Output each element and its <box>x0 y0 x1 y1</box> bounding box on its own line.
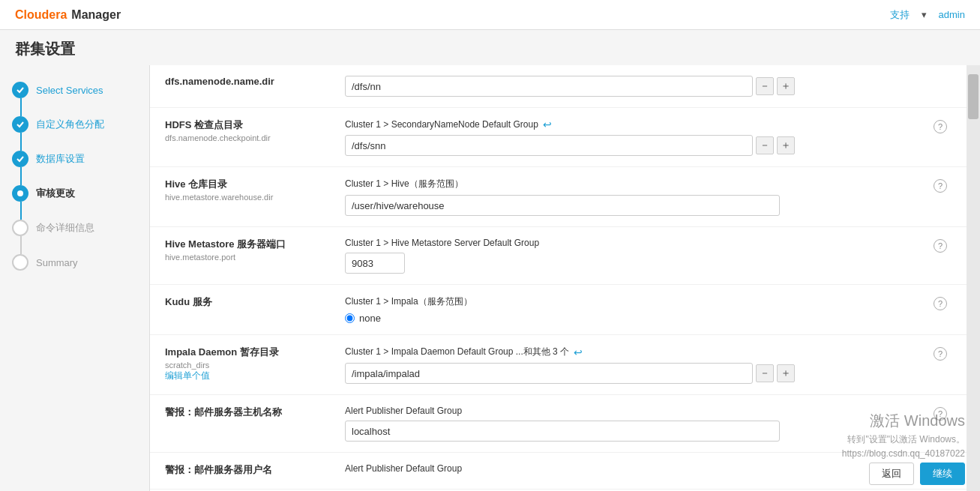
config-name-dfs-namenode: dfs.namenode.name.dir <box>165 76 330 87</box>
input-group-impala-daemon-scratch: － ＋ <box>345 363 795 384</box>
edit-link-impala-daemon[interactable]: 编辑单个值 <box>165 370 210 381</box>
scope-arrow-hdfs-checkpoint[interactable]: ↩ <box>543 118 552 130</box>
input-group-hdfs-checkpoint: － ＋ <box>345 135 795 156</box>
config-value-impala-daemon-scratch: Cluster 1 > Impala Daemon Default Group … <box>345 346 919 384</box>
scrollbar-thumb[interactable] <box>968 74 979 119</box>
help-icon-hdfs-checkpoint[interactable]: ? <box>934 120 947 133</box>
step-circle-4 <box>12 185 28 202</box>
btn-plus-impala-daemon[interactable]: ＋ <box>777 364 795 382</box>
radio-label-kudu-none: none <box>359 313 381 324</box>
btn-minus-dfs-namenode[interactable]: － <box>756 77 774 95</box>
main-layout: Select Services 自定义角色分配 数据库设置 审核更改 命 <box>0 65 980 491</box>
scope-text-kudu-service: Cluster 1 > Impala（服务范围） <box>345 295 472 308</box>
step-label-1: Select Services <box>36 85 103 96</box>
input-hive-metastore-port[interactable] <box>345 253 405 274</box>
config-label-hive-warehouse: Hive 仓库目录 hive.metastore.warehouse.dir <box>165 178 330 202</box>
input-hive-warehouse[interactable] <box>345 195 780 216</box>
scope-text-hive-warehouse: Cluster 1 > Hive（服务范围） <box>345 178 463 190</box>
logo: Cloudera Manager <box>15 8 121 22</box>
config-label-alert-smtp-host: 警报：邮件服务器主机名称 <box>165 406 330 421</box>
header: Cloudera Manager 支持 ▾ admin <box>0 0 980 30</box>
windows-title: 激活 Windows <box>842 409 965 433</box>
sidebar-item-select-services[interactable]: Select Services <box>0 73 149 107</box>
step-circle-5 <box>12 220 28 236</box>
config-name-hive-warehouse: Hive 仓库目录 <box>165 178 330 191</box>
config-name-hdfs-checkpoint: HDFS 检查点目录 <box>165 118 330 132</box>
config-label-kudu-service: Kudu 服务 <box>165 295 330 310</box>
config-help-impala-daemon-scratch: ? <box>934 346 952 361</box>
support-link[interactable]: 支持 <box>890 8 910 22</box>
config-key-hive-metastore-port: hive.metastore.port <box>165 253 330 262</box>
input-group-dfs-namenode: － ＋ <box>345 76 795 97</box>
step-label-3: 数据库设置 <box>36 152 85 166</box>
config-row-hive-metastore-port: Hive Metastore 服务器端口 hive.metastore.port… <box>150 227 967 285</box>
windows-watermark: 激活 Windows 转到"设置"以激活 Windows。 https://bl… <box>842 409 965 461</box>
config-label-dfs-namenode: dfs.namenode.name.dir <box>165 76 330 88</box>
help-icon-impala-daemon-scratch[interactable]: ? <box>934 347 947 361</box>
radio-option-kudu-none: none <box>345 313 919 324</box>
admin-link[interactable]: admin <box>939 9 965 20</box>
config-key-hive-warehouse: hive.metastore.warehouse.dir <box>165 193 330 202</box>
continue-button[interactable]: 继续 <box>920 463 965 485</box>
scrollbar[interactable] <box>967 65 980 491</box>
bottom-bar: 返回 继续 <box>0 457 980 491</box>
config-key-impala-daemon-scratch: scratch_dirs <box>165 361 330 370</box>
config-scope-impala-daemon-scratch: Cluster 1 > Impala Daemon Default Group … <box>345 346 919 358</box>
sidebar-item-summary[interactable]: Summary <box>0 245 149 280</box>
config-row-impala-daemon-scratch: Impala Daemon 暂存目录 scratch_dirs 编辑单个值 Cl… <box>150 335 967 395</box>
scope-text-alert-smtp-host: Alert Publisher Default Group <box>345 406 462 416</box>
input-impala-daemon-scratch[interactable] <box>345 363 753 384</box>
btn-plus-dfs-namenode[interactable]: ＋ <box>777 77 795 95</box>
scope-arrow-impala-daemon[interactable]: ↩ <box>574 346 583 358</box>
config-key-hdfs-checkpoint: dfs.namenode.checkpoint.dir <box>165 133 330 142</box>
input-hdfs-checkpoint[interactable] <box>345 135 753 156</box>
dropdown-arrow: ▾ <box>922 9 927 20</box>
help-icon-hive-warehouse[interactable]: ? <box>934 179 947 193</box>
sidebar-item-role-assignment[interactable]: 自定义角色分配 <box>0 107 149 142</box>
config-scope-hive-warehouse: Cluster 1 > Hive（服务范围） <box>345 178 919 190</box>
config-value-kudu-service: Cluster 1 > Impala（服务范围） none <box>345 295 919 324</box>
help-icon-kudu-service[interactable]: ? <box>934 297 947 310</box>
config-value-hdfs-checkpoint: Cluster 1 > SecondaryNameNode Default Gr… <box>345 118 919 156</box>
config-help-hdfs-checkpoint: ? <box>934 118 952 133</box>
config-label-hdfs-checkpoint: HDFS 检查点目录 dfs.namenode.checkpoint.dir <box>165 118 330 142</box>
sidebar-item-command-details[interactable]: 命令详细信息 <box>0 211 149 245</box>
windows-line2: 转到"设置"以激活 Windows。 <box>842 433 965 447</box>
config-value-hive-warehouse: Cluster 1 > Hive（服务范围） <box>345 178 919 216</box>
config-scope-alert-smtp-host: Alert Publisher Default Group <box>345 406 919 416</box>
config-row-kudu-service: Kudu 服务 Cluster 1 > Impala（服务范围） none ? <box>150 285 967 335</box>
config-scope-kudu-service: Cluster 1 > Impala（服务范围） <box>345 295 919 308</box>
logo-cloudera: Cloudera <box>15 8 67 22</box>
radio-kudu-none[interactable] <box>345 313 355 323</box>
step-circle-1 <box>12 82 28 98</box>
sidebar: Select Services 自定义角色分配 数据库设置 审核更改 命 <box>0 65 150 491</box>
config-name-alert-smtp-host: 警报：邮件服务器主机名称 <box>165 406 330 419</box>
step-circle-2 <box>12 116 28 133</box>
sidebar-item-database-setup[interactable]: 数据库设置 <box>0 142 149 176</box>
input-alert-smtp-host[interactable] <box>345 421 780 442</box>
config-value-hive-metastore-port: Cluster 1 > Hive Metastore Server Defaul… <box>345 238 919 274</box>
input-dfs-namenode[interactable] <box>345 76 753 97</box>
config-row-hive-warehouse: Hive 仓库目录 hive.metastore.warehouse.dir C… <box>150 167 967 227</box>
header-right: 支持 ▾ admin <box>890 8 965 22</box>
back-button[interactable]: 返回 <box>869 463 914 485</box>
btn-minus-impala-daemon[interactable]: － <box>756 364 774 382</box>
config-label-hive-metastore-port: Hive Metastore 服务器端口 hive.metastore.port <box>165 238 330 262</box>
sidebar-item-review-changes[interactable]: 审核更改 <box>0 176 149 211</box>
step-label-4: 审核更改 <box>36 187 75 200</box>
step-label-2: 自定义角色分配 <box>36 118 104 131</box>
config-help-kudu-service: ? <box>934 295 952 310</box>
btn-plus-hdfs-checkpoint[interactable]: ＋ <box>777 136 795 154</box>
config-help-hive-warehouse: ? <box>934 178 952 193</box>
scope-text-hdfs-checkpoint: Cluster 1 > SecondaryNameNode Default Gr… <box>345 119 538 130</box>
help-icon-hive-metastore-port[interactable]: ? <box>934 239 947 253</box>
config-row-hdfs-checkpoint: HDFS 检查点目录 dfs.namenode.checkpoint.dir C… <box>150 108 967 167</box>
step-label-5: 命令详细信息 <box>36 221 94 235</box>
scope-text-impala-daemon-scratch: Cluster 1 > Impala Daemon Default Group … <box>345 346 569 358</box>
logo-manager: Manager <box>71 8 121 22</box>
step-circle-6 <box>12 254 28 271</box>
page-title: 群集设置 <box>0 30 980 65</box>
btn-minus-hdfs-checkpoint[interactable]: － <box>756 136 774 154</box>
config-label-impala-daemon-scratch: Impala Daemon 暂存目录 scratch_dirs 编辑单个值 <box>165 346 330 382</box>
config-name-impala-daemon-scratch: Impala Daemon 暂存目录 <box>165 346 330 359</box>
